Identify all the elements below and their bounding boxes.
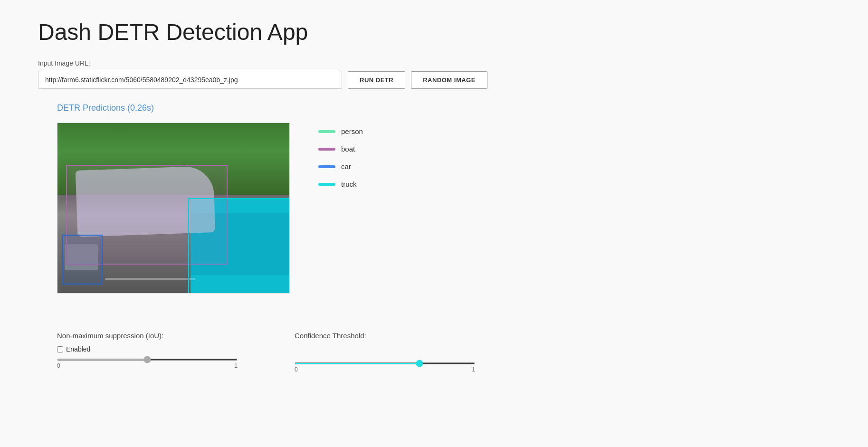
legend-color-person bbox=[318, 130, 335, 133]
url-input[interactable] bbox=[38, 71, 342, 89]
confidence-label: Confidence Threshold: bbox=[295, 332, 475, 340]
legend-color-truck bbox=[318, 183, 335, 186]
detection-image bbox=[57, 123, 290, 294]
confidence-slider[interactable] bbox=[295, 362, 475, 364]
legend-label-truck: truck bbox=[341, 180, 357, 188]
bbox-truck bbox=[188, 198, 290, 294]
nms-enabled-label: Enabled bbox=[66, 345, 90, 353]
nms-enabled-checkbox[interactable] bbox=[57, 346, 63, 352]
nms-min-label: 0 bbox=[57, 362, 60, 369]
legend-label-boat: boat bbox=[341, 145, 355, 153]
legend-color-car bbox=[318, 165, 335, 168]
app-title: Dash DETR Detection App bbox=[38, 19, 830, 45]
url-label: Input Image URL: bbox=[38, 59, 830, 67]
legend-label-car: car bbox=[341, 162, 351, 171]
nms-max-label: 1 bbox=[234, 362, 238, 369]
legend-item-boat: boat bbox=[318, 145, 363, 153]
confidence-control: Confidence Threshold: 0 1 bbox=[295, 332, 475, 373]
legend-item-truck: truck bbox=[318, 180, 363, 188]
legend-label-person: person bbox=[341, 127, 363, 135]
nms-control: Non-maximum suppression (IoU): Enabled 0… bbox=[57, 332, 238, 369]
legend: person boat car truck bbox=[318, 123, 363, 188]
legend-item-person: person bbox=[318, 127, 363, 135]
nms-label: Non-maximum suppression (IoU): bbox=[57, 332, 238, 340]
legend-item-car: car bbox=[318, 162, 363, 171]
bbox-car bbox=[62, 235, 103, 285]
legend-color-boat bbox=[318, 148, 335, 151]
confidence-max-label: 1 bbox=[472, 366, 475, 373]
predictions-title: DETR Predictions (0.26s) bbox=[57, 103, 830, 113]
confidence-min-label: 0 bbox=[295, 366, 298, 373]
nms-slider[interactable] bbox=[57, 359, 238, 361]
run-detr-button[interactable]: RUN DETR bbox=[348, 71, 405, 89]
random-image-button[interactable]: RANDOM IMAGE bbox=[411, 71, 487, 89]
